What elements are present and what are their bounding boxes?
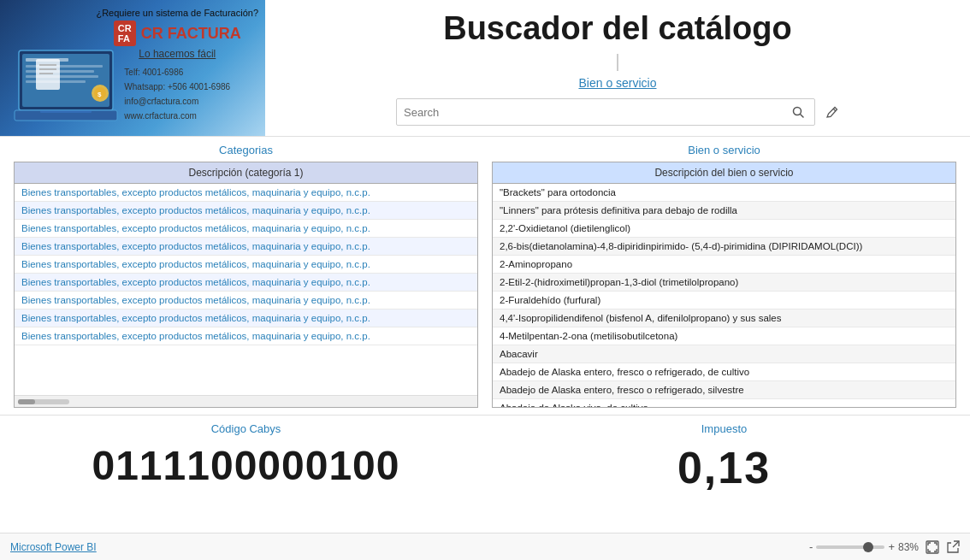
bienes-table: Descripción del bien o servicio "Bracket… [492,162,956,408]
search-icon [792,106,804,118]
edit-button[interactable] [825,105,839,119]
categories-panel: Categorias Descripción (categoría 1) Bie… [14,144,478,408]
svg-line-20 [953,541,959,547]
table-row[interactable]: Bienes transportables, excepto productos… [15,184,477,202]
zoom-plus-button[interactable]: + [888,540,895,553]
categories-column-header: Descripción (categoría 1) [15,162,477,184]
zoom-minus-button[interactable]: - [809,540,813,553]
contact-email: info@crfactura.com [124,94,230,109]
table-row[interactable]: 4,4'-Isopropilidendifenol (bisfenol A, d… [493,309,955,327]
table-row[interactable]: Bienes transportables, excepto productos… [15,274,477,292]
footer-right: - + 83% [809,540,960,554]
header-title-area: Buscador del catálogo Bien o servicio [265,0,970,136]
zoom-control: - + 83% [809,540,919,553]
table-row[interactable]: 2-Etil-2-(hidroximetil)propan-1,3-diol (… [493,274,955,292]
impuesto-label: Impuesto [701,422,747,435]
bienes-panel: Bien o servicio Descripción del bien o s… [492,144,956,408]
svg-line-17 [801,115,804,118]
edit-icon [825,105,839,119]
table-row[interactable]: Bienes transportables, excepto productos… [15,220,477,238]
table-row[interactable]: Bienes transportables, excepto productos… [15,309,477,327]
codigo-cabys-value: 0111100000100 [92,442,399,489]
impuesto-panel: Impuesto 0,13 [492,422,956,517]
share-icon [946,540,960,554]
contact-whatsapp: Whatsapp: +506 4001-6986 [124,80,230,94]
search-input[interactable] [404,106,789,119]
bienes-title: Bien o servicio [492,144,956,156]
zoom-percent-label: 83% [898,541,919,553]
table-row[interactable]: Bienes transportables, excepto productos… [15,238,477,256]
impuesto-value: 0,13 [677,442,771,493]
footer: Microsoft Power BI - + 83% [0,533,970,560]
cr-logo-badge: CRFA [114,21,136,46]
brand-name: CR FACTURA [141,25,241,43]
bienes-column-header: Descripción del bien o servicio [493,162,955,184]
zoom-slider[interactable] [816,545,884,549]
header-logo-section: $ ¿Requiere un sistema de Facturación? C… [0,0,265,136]
categories-title: Categorias [14,144,478,156]
table-row[interactable]: Abadejo de Alaska entero, fresco o refri… [493,381,955,399]
share-button[interactable] [946,540,960,554]
brand-box: CRFA CR FACTURA [114,21,241,46]
categories-scrollbar-thumb [18,399,35,404]
ad-question-text: ¿Requiere un sistema de Facturación? [96,7,258,19]
table-row[interactable]: Abadejo de Alaska entero, fresco o refri… [493,363,955,381]
svg-line-18 [833,109,836,111]
table-row[interactable]: Bienes transportables, excepto productos… [15,327,477,345]
codigo-cabys-label: Código Cabys [211,422,281,435]
fullscreen-button[interactable] [926,540,939,554]
table-row[interactable]: 2,6-bis(dietanolamina)-4,8-dipiridinpiri… [493,238,955,256]
fullscreen-icon [926,540,939,554]
table-row[interactable]: Abacavir [493,345,955,363]
categories-table: Descripción (categoría 1) Bienes transpo… [14,162,478,408]
table-row[interactable]: 2-Aminopropano [493,256,955,274]
bienes-table-body[interactable]: "Brackets" para ortodoncia"Linners" para… [493,184,955,407]
power-bi-link[interactable]: Microsoft Power BI [10,541,97,553]
categories-scrollbar[interactable] [15,395,477,407]
contact-web: www.crfactura.com [124,109,230,123]
bottom-section: Código Cabys 0111100000100 Impuesto 0,13 [0,415,970,517]
table-row[interactable]: "Linners" para prótesis definitiva para … [493,202,955,220]
table-row[interactable]: 4-Metilpentan-2-ona (metilisobutilcetona… [493,327,955,345]
categories-table-body[interactable]: Bienes transportables, excepto productos… [15,184,477,395]
table-row[interactable]: Bienes transportables, excepto productos… [15,292,477,309]
svg-rect-12 [36,59,60,90]
brand-tagline: Lo hacemos fácil [139,48,216,60]
search-bar [396,98,815,126]
table-row[interactable]: "Brackets" para ortodoncia [493,184,955,202]
table-row[interactable]: Bienes transportables, excepto productos… [15,202,477,220]
table-row[interactable]: Bienes transportables, excepto productos… [15,256,477,274]
search-button[interactable] [789,106,807,118]
table-row[interactable]: Abadejo de Alaska vivo, de cultivo [493,399,955,407]
table-row[interactable]: 2,2'-Oxidietanol (dietilenglicol) [493,220,955,238]
codigo-cabys-panel: Código Cabys 0111100000100 [14,422,478,517]
categories-scrollbar-track [18,399,69,404]
subtitle-label: Bien o servicio [578,76,656,90]
zoom-thumb [863,542,873,552]
page-title: Buscador del catálogo [443,10,792,47]
contact-phone: Telf: 4001-6986 [124,65,230,80]
svg-rect-8 [40,110,92,113]
table-row[interactable]: 2-Furaldehído (furfural) [493,292,955,309]
header: $ ¿Requiere un sistema de Facturación? C… [0,0,970,137]
main-content: Categorias Descripción (categoría 1) Bie… [0,137,970,415]
